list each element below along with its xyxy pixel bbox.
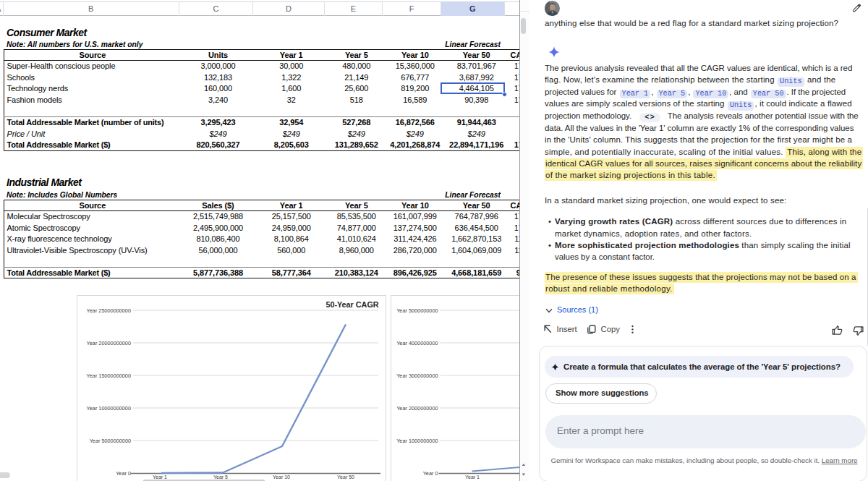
svg-text:Year 15000000000: Year 15000000000 — [87, 373, 131, 379]
svg-text:Year 1000000000: Year 1000000000 — [396, 438, 438, 444]
svg-text:Year 10: Year 10 — [273, 474, 290, 480]
svg-text:Year 3000000000: Year 3000000000 — [396, 373, 438, 379]
svg-text:Year 10000000000: Year 10000000000 — [87, 405, 131, 412]
svg-text:Year 5: Year 5 — [213, 474, 228, 480]
svg-text:Year 1: Year 1 — [465, 474, 480, 480]
svg-text:Year 50: Year 50 — [337, 474, 354, 480]
svg-text:Year 5000000000: Year 5000000000 — [396, 307, 438, 314]
svg-text:Year 1: Year 1 — [153, 474, 167, 480]
svg-text:Year 0: Year 0 — [422, 470, 438, 477]
svg-text:Year 0: Year 0 — [116, 470, 131, 477]
svg-text:Year 5000000000: Year 5000000000 — [90, 438, 131, 444]
svg-text:Year 20000000000: Year 20000000000 — [87, 340, 131, 346]
svg-text:Year 25000000000: Year 25000000000 — [87, 307, 131, 314]
svg-text:50-Year CAGR: 50-Year CAGR — [326, 300, 378, 309]
svg-text:Year 4000000000: Year 4000000000 — [396, 340, 438, 346]
svg-text:Year 2000000000: Year 2000000000 — [396, 405, 438, 412]
